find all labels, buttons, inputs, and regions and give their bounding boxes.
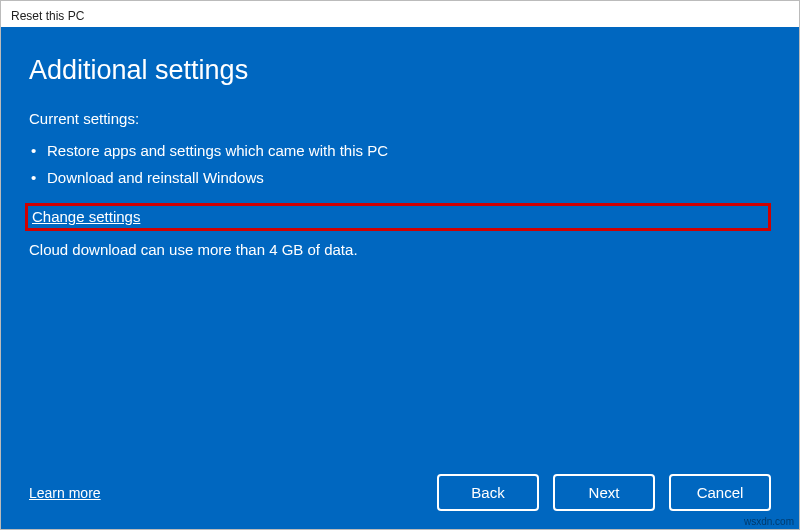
- watermark: wsxdn.com: [744, 516, 794, 527]
- change-settings-link[interactable]: Change settings: [32, 208, 140, 225]
- list-item: Restore apps and settings which came wit…: [29, 137, 771, 164]
- back-button[interactable]: Back: [437, 474, 539, 511]
- button-row: Back Next Cancel: [437, 474, 771, 511]
- learn-more-link[interactable]: Learn more: [29, 485, 101, 501]
- content-area: Additional settings Current settings: Re…: [1, 27, 799, 529]
- footer: Learn more Back Next Cancel: [29, 454, 771, 511]
- reset-pc-window: Reset this PC Additional settings Curren…: [0, 0, 800, 530]
- cloud-download-note: Cloud download can use more than 4 GB of…: [29, 241, 771, 258]
- next-button[interactable]: Next: [553, 474, 655, 511]
- window-title: Reset this PC: [11, 9, 84, 23]
- page-heading: Additional settings: [29, 55, 771, 86]
- change-settings-highlight: Change settings: [25, 203, 771, 231]
- current-settings-label: Current settings:: [29, 110, 771, 127]
- settings-list: Restore apps and settings which came wit…: [29, 137, 771, 191]
- cancel-button[interactable]: Cancel: [669, 474, 771, 511]
- list-item: Download and reinstall Windows: [29, 164, 771, 191]
- titlebar: Reset this PC: [1, 1, 799, 27]
